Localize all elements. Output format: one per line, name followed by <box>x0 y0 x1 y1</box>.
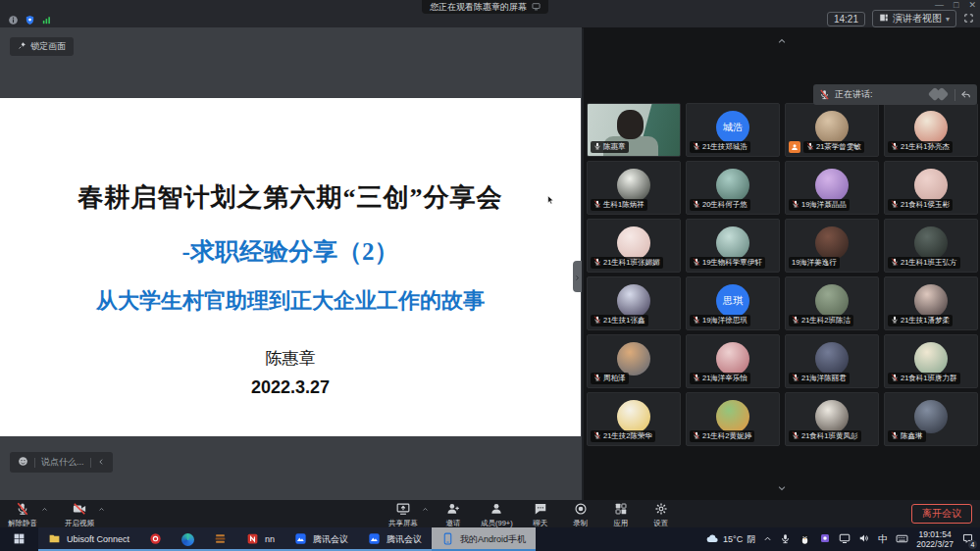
participant-avatar: 思琪 <box>716 284 749 318</box>
screen-pop-icon[interactable] <box>532 2 541 13</box>
chevron-left-icon[interactable] <box>97 458 105 468</box>
action-center-button[interactable]: 4 <box>961 532 974 547</box>
touch-keyboard-icon[interactable] <box>896 532 908 547</box>
phone-icon <box>441 532 454 547</box>
books-icon <box>214 532 227 547</box>
participant-tile[interactable]: 思琪19海洋徐思琪 <box>686 276 780 330</box>
mic-muted-icon <box>891 374 899 383</box>
toolbar-chat-button[interactable]: 聊天 <box>528 502 553 528</box>
taskbar-reader[interactable] <box>204 527 236 551</box>
participant-tile[interactable]: 21生科2黄妮婷 <box>686 392 780 446</box>
qq-icon[interactable] <box>799 532 811 547</box>
participant-tile[interactable]: 周柏泽 <box>587 334 681 388</box>
slide-presenter: 陈惠章 <box>0 347 581 370</box>
tray-expand-chevron[interactable] <box>763 534 772 545</box>
toolbar-unmute-button[interactable]: 解除静音 <box>8 502 37 528</box>
participant-tile[interactable]: 21食科1侯玉彬 <box>884 161 978 215</box>
toolbar-record-button[interactable]: 录制 <box>568 502 593 528</box>
reply-arrow-icon[interactable] <box>960 86 971 104</box>
participant-tile[interactable]: 城浩21生技郑城浩 <box>686 103 780 157</box>
windows-taskbar: Ubisoft Connectnn腾讯会议腾讯会议我的Android手机 15°… <box>0 527 980 551</box>
participant-tile[interactable]: 19生物科学覃伊轩 <box>686 219 780 273</box>
toolbar-invite-button[interactable]: 邀请 <box>440 502 466 528</box>
network-icon[interactable] <box>839 532 851 546</box>
toolbar-settings-button[interactable]: 设置 <box>648 502 674 528</box>
meeting-icon <box>368 532 381 547</box>
participant-name: 21食科1侯玉彬 <box>901 200 950 210</box>
fullscreen-icon[interactable] <box>963 13 974 25</box>
participant-avatar <box>716 169 749 202</box>
mic-muted-icon <box>792 374 799 383</box>
grid-view-icon[interactable] <box>928 88 950 101</box>
participant-tile[interactable]: 19海洋聂晶晶 <box>785 161 879 215</box>
participant-tile[interactable]: 21生技2陈荣华 <box>587 392 681 446</box>
tray-mic-icon[interactable] <box>780 533 791 546</box>
participant-avatar <box>716 342 749 376</box>
participant-tile[interactable]: 21生技1潘梦柔 <box>884 276 978 330</box>
toolbar-members-button[interactable]: 成员(99+) <box>481 502 513 528</box>
leave-meeting-button[interactable]: 离开会议 <box>911 504 972 524</box>
view-mode-button[interactable]: 演讲者视图 ▾ <box>872 10 956 27</box>
mic-muted-icon <box>693 142 700 152</box>
pin-screen-button[interactable]: 锁定画面 <box>10 37 74 56</box>
participant-tile[interactable]: 19海洋姜逸行 <box>785 219 879 273</box>
participant-tile[interactable]: 21食科1班黄凤彭 <box>785 392 879 446</box>
taskbar-clock[interactable]: 19:01:54 2022/3/27 <box>916 529 954 549</box>
weather-widget[interactable]: 15°C 阴 <box>706 532 755 547</box>
taskbar-ubisoft-connect[interactable]: Ubisoft Connect <box>38 527 139 551</box>
taskbar-music[interactable] <box>139 527 172 551</box>
chevron-up-icon[interactable] <box>422 506 429 515</box>
window-controls: — □ ✕ <box>935 0 976 11</box>
participant-tile[interactable]: 21生科1班王弘方 <box>884 219 978 273</box>
ime-indicator[interactable]: 中 <box>878 532 888 546</box>
purple-app-icon[interactable] <box>819 532 831 546</box>
chat-icon <box>534 502 547 518</box>
participant-tile[interactable]: 21生科1孙亮杰 <box>884 103 978 157</box>
participant-tile[interactable]: 21海洋陈丽君 <box>785 334 879 388</box>
participant-name: 21食科1班黄凤彭 <box>801 431 858 441</box>
participant-avatar <box>815 400 849 433</box>
volume-icon[interactable] <box>858 532 870 546</box>
view-mode-label: 演讲者视图 <box>893 12 942 25</box>
participant-avatar <box>617 169 650 202</box>
participant-tile[interactable]: 陈鑫琳 <box>884 392 978 446</box>
maximize-button[interactable]: □ <box>954 0 958 11</box>
participant-tile[interactable]: 21生科1班张媚媚 <box>587 219 681 273</box>
mic-muted-icon <box>693 200 700 210</box>
scroll-down-chevron[interactable] <box>777 479 787 497</box>
panel-collapse-handle[interactable] <box>573 261 582 292</box>
taskbar-nn[interactable]: nn <box>236 527 284 551</box>
participant-name: 21生科2班陈洁 <box>801 316 851 326</box>
taskbar-edge[interactable] <box>172 527 204 551</box>
participant-tile[interactable]: 21食科1班唐力群 <box>884 334 978 388</box>
mic-muted-icon <box>806 142 814 152</box>
participant-name: 19海洋姜逸行 <box>792 258 837 268</box>
chevron-up-icon[interactable] <box>41 506 48 515</box>
hand-raise-badge <box>789 141 800 153</box>
participant-tile[interactable]: 21茶学曾雯敏 <box>785 103 879 157</box>
start-button[interactable] <box>0 527 38 551</box>
participant-tile[interactable]: 生科1陈炳祥 <box>587 161 681 215</box>
toolbar-share-screen-button[interactable]: 共享屏幕 <box>388 502 418 528</box>
participant-tile[interactable]: 20生科何子悠 <box>686 161 780 215</box>
scroll-up-chevron[interactable] <box>777 32 787 50</box>
mic-muted-icon <box>891 142 899 152</box>
chat-placeholder: 说点什么... <box>41 456 84 469</box>
taskbar-app-label: 腾讯会议 <box>387 533 422 546</box>
taskbar-android-phone[interactable]: 我的Android手机 <box>432 527 536 551</box>
participant-tile[interactable]: 21海洋辛乐怡 <box>686 334 780 388</box>
quick-chat-input[interactable]: 说点什么... <box>10 452 113 473</box>
toolbar-start-video-button[interactable]: 开启视频 <box>65 502 94 528</box>
participant-tile[interactable]: 陈惠章 <box>587 103 681 157</box>
emoji-icon[interactable] <box>18 456 28 469</box>
participant-name: 21海洋辛乐怡 <box>702 374 748 383</box>
participant-tile[interactable]: 21生技1张鑫 <box>587 276 681 330</box>
participant-tile[interactable]: 21生科2班陈洁 <box>785 276 879 330</box>
close-button[interactable]: ✕ <box>968 0 976 11</box>
chevron-up-icon[interactable] <box>98 506 105 515</box>
taskbar-tencent-meeting-2[interactable]: 腾讯会议 <box>358 527 432 551</box>
minimize-button[interactable]: — <box>935 0 944 11</box>
toolbar-apps-button[interactable]: 应用 <box>608 502 634 528</box>
taskbar-tencent-meeting-1[interactable]: 腾讯会议 <box>284 527 358 551</box>
system-tray: 15°C 阴 中 19:01:54 2022/3/27 4 <box>706 527 980 551</box>
